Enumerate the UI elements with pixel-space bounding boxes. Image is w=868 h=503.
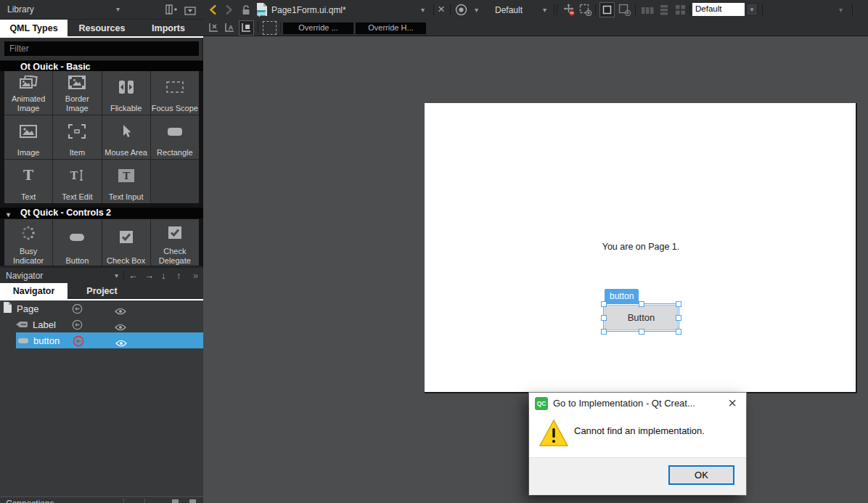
- page-text-label[interactable]: You are on Page 1.: [425, 242, 857, 252]
- library-panel-header: Library ▾: [0, 0, 203, 20]
- dialog-titlebar[interactable]: QC Go to Implementation - Qt Creat... ×: [529, 393, 746, 414]
- resize-handle-sw[interactable]: [601, 329, 607, 335]
- show-bounding-rect-button[interactable]: [599, 2, 615, 17]
- tab-resources[interactable]: Resources: [67, 20, 136, 36]
- tile-mouse-area[interactable]: Mouse Area: [102, 115, 150, 159]
- document-dropdown-icon[interactable]: ▾: [421, 6, 425, 14]
- section-header-basic[interactable]: Qt Quick - Basic: [0, 61, 203, 71]
- snap-frame-icon[interactable]: [618, 4, 631, 19]
- annotation-circle-icon[interactable]: [455, 4, 467, 19]
- tab-navigator[interactable]: Navigator: [0, 283, 67, 299]
- style-selector-combo[interactable]: Default: [692, 3, 745, 16]
- svg-text:A: A: [229, 24, 234, 31]
- resize-handle-nw[interactable]: [601, 301, 607, 307]
- tile-flickable[interactable]: Flickable: [102, 71, 150, 115]
- resize-handle-s[interactable]: [639, 329, 644, 335]
- tile-text-input[interactable]: T Text Input: [102, 160, 150, 203]
- navigator-dropdown[interactable]: ▾: [115, 271, 118, 279]
- divider: [123, 270, 124, 281]
- move-up-icon[interactable]: ↑: [176, 270, 181, 281]
- close-pane-icon[interactable]: [184, 5, 196, 18]
- tile-button[interactable]: Button: [53, 219, 101, 266]
- split-view-icon[interactable]: [165, 4, 177, 17]
- tile-busy-indicator[interactable]: Busy Indicator: [4, 219, 52, 266]
- tab-project[interactable]: Project: [67, 283, 136, 299]
- section-header-controls2[interactable]: ▾ Qt Quick - Controls 2: [0, 208, 203, 218]
- tree-row-page[interactable]: Page: [0, 300, 203, 316]
- resize-handle-ne[interactable]: [676, 301, 681, 307]
- selection-rect[interactable]: [603, 303, 679, 332]
- tile-rectangle[interactable]: Rectangle: [151, 115, 199, 159]
- qml-file-icon: qml: [256, 2, 268, 20]
- forward-icon[interactable]: [225, 4, 233, 18]
- designer-toolbar: qml Page1Form.ui.qml* ▾ × ▾ Default ▾ De…: [203, 0, 868, 36]
- state-dropdown-icon[interactable]: ▾: [543, 6, 546, 14]
- move-right-icon[interactable]: →: [144, 270, 154, 281]
- form-canvas[interactable]: You are on Page 1. button Button: [425, 103, 857, 393]
- tabbar-underline: [0, 36, 203, 38]
- back-icon[interactable]: [209, 4, 217, 18]
- panel-icon[interactable]: [189, 499, 196, 503]
- resize-handle-se[interactable]: [676, 329, 681, 335]
- tree-item-label: button: [33, 335, 60, 346]
- panel-icon[interactable]: [172, 499, 179, 503]
- tile-focus-scope[interactable]: Focus Scope: [151, 71, 199, 115]
- anchor-fill-button[interactable]: [239, 20, 254, 36]
- lock-icon[interactable]: [241, 4, 251, 18]
- filter-input[interactable]: [4, 41, 199, 56]
- tree-row-button[interactable]: button: [16, 332, 203, 348]
- override-height-field[interactable]: Override H...: [356, 23, 426, 34]
- tile-label: Item: [70, 148, 85, 158]
- svg-text:T: T: [123, 171, 130, 181]
- mouse-area-icon: [119, 115, 134, 148]
- resize-handle-n[interactable]: [639, 301, 644, 307]
- collapse-arrow-icon[interactable]: ▾: [7, 209, 10, 218]
- close-document-icon[interactable]: ×: [438, 4, 445, 15]
- move-tool-icon[interactable]: [562, 4, 576, 19]
- move-down-icon[interactable]: ↓: [161, 270, 166, 281]
- overflow-chevrons-icon[interactable]: »: [193, 270, 198, 281]
- layout-row-icon: [641, 5, 655, 18]
- tile-check-delegate[interactable]: Check Delegate: [151, 219, 199, 266]
- move-left-icon[interactable]: ←: [128, 270, 138, 281]
- right-dropdown-icon[interactable]: ▾: [839, 6, 843, 14]
- tile-border-image[interactable]: Border Image: [53, 71, 101, 115]
- tile-animated-image[interactable]: Animated Image: [4, 71, 52, 115]
- tile-item[interactable]: Item: [53, 115, 101, 159]
- tile-label: Mouse Area: [105, 148, 147, 158]
- style-combo-caret[interactable]: ▾: [746, 3, 758, 16]
- tile-image[interactable]: Image: [4, 115, 52, 159]
- qt-creator-window: Library ▾ QML Types Resources Imports Qt…: [0, 0, 868, 503]
- export-toggle-icon-red[interactable]: [73, 335, 84, 350]
- navigator-tree: Page Label button: [0, 300, 203, 496]
- export-toggle-icon[interactable]: [72, 303, 83, 317]
- tab-qml-types[interactable]: QML Types: [0, 20, 67, 36]
- tab-imports[interactable]: Imports: [136, 20, 200, 36]
- dialog-close-icon[interactable]: ×: [723, 394, 742, 413]
- go-to-implementation-dialog: QC Go to Implementation - Qt Creat... × …: [529, 393, 746, 495]
- divider: [123, 499, 124, 503]
- ok-button[interactable]: OK: [668, 465, 734, 485]
- export-toggle-icon[interactable]: [72, 319, 83, 333]
- resize-handle-w[interactable]: [601, 315, 607, 321]
- tile-text[interactable]: T Text: [4, 160, 52, 203]
- annotation-dropdown-icon[interactable]: ▾: [475, 6, 478, 14]
- anchor-reset-icon[interactable]: [207, 22, 221, 37]
- tree-row-label[interactable]: Label: [0, 316, 203, 332]
- connections-bar[interactable]: Connections: [0, 496, 203, 503]
- tile-check-box[interactable]: Check Box: [102, 219, 150, 266]
- resize-handle-e[interactable]: [676, 315, 681, 321]
- visibility-eye-icon[interactable]: [115, 337, 127, 350]
- library-panel-dropdown[interactable]: ▾: [116, 5, 120, 13]
- tile-label: Text Input: [109, 192, 144, 202]
- bounding-box-toggle-icon[interactable]: [263, 21, 277, 35]
- svg-text:T: T: [23, 168, 33, 183]
- library-tabbar: QML Types Resources Imports: [0, 20, 203, 36]
- selection-frame-icon[interactable]: [579, 4, 592, 19]
- state-selector-value[interactable]: Default: [495, 5, 523, 15]
- anchor-parent-icon[interactable]: A: [223, 22, 237, 37]
- open-document-name[interactable]: Page1Form.ui.qml*: [271, 5, 346, 15]
- override-color-field[interactable]: Override ...: [283, 23, 353, 34]
- tile-text-edit[interactable]: T Text Edit: [53, 160, 101, 203]
- tile-label: Check Box: [107, 256, 145, 266]
